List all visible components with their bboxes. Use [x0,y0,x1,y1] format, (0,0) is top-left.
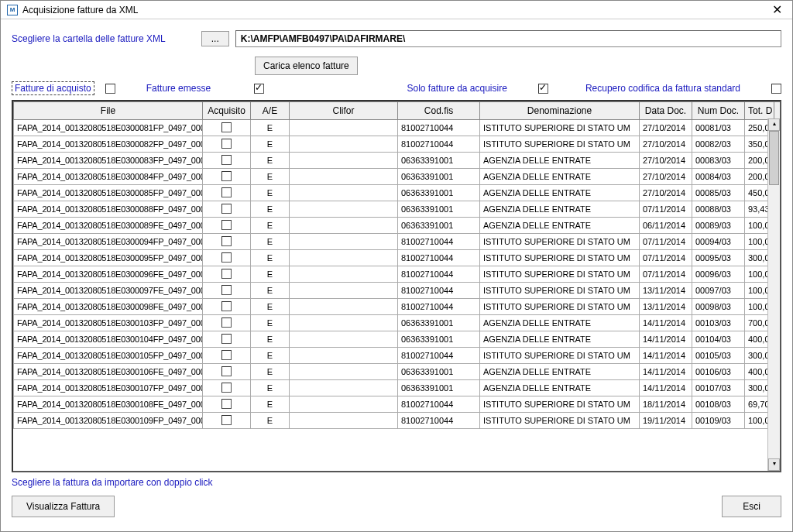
col-totd[interactable]: Tot. D ˄ [745,102,774,120]
esci-button[interactable]: Esci [722,496,781,517]
row-checkbox[interactable] [221,220,232,230]
row-checkbox[interactable] [221,415,232,425]
table-row[interactable]: FAPA_2014_00132080518E0300094FP_0497_000… [14,234,782,250]
col-numdoc[interactable]: Num Doc. [692,102,745,120]
cell-acquisito[interactable] [203,169,251,185]
cell-acquisito[interactable] [203,413,251,429]
fatture-acquisto-checkbox[interactable] [105,84,115,94]
cell-codfis: 06363391001 [398,201,480,218]
col-datadoc[interactable]: Data Doc. [640,102,692,120]
row-checkbox[interactable] [221,252,232,263]
col-codfis[interactable]: Cod.fis [398,102,480,120]
cell-acquisito[interactable] [203,201,251,218]
load-list-button[interactable]: Carica elenco fatture [255,57,358,75]
cell-num: 00097/03 [692,283,745,299]
table-row[interactable]: FAPA_2014_00132080518E0300088FP_0497_000… [14,201,782,218]
scroll-thumb[interactable] [769,131,779,185]
cell-ae: E [251,153,290,169]
row-checkbox[interactable] [221,399,232,409]
cell-num: 00083/03 [692,153,745,169]
cell-acquisito[interactable] [203,380,251,396]
vertical-scrollbar[interactable]: ▴ ▾ [767,118,780,471]
col-ae[interactable]: A/E [251,102,290,120]
cell-acquisito[interactable] [203,396,251,413]
scroll-track[interactable] [768,131,780,458]
scroll-up-icon[interactable]: ▴ [768,118,780,131]
row-checkbox[interactable] [221,334,232,344]
table-row[interactable]: FAPA_2014_00132080518E0300107FP_0497_000… [14,380,782,396]
row-checkbox[interactable] [221,171,232,181]
row-checkbox[interactable] [221,383,232,393]
row-checkbox[interactable] [221,187,232,197]
row-checkbox[interactable] [221,350,232,360]
scroll-down-icon[interactable]: ▾ [768,458,780,471]
table-row[interactable]: FAPA_2014_00132080518E0300105FP_0497_000… [14,348,782,364]
cell-codfis: 81002710044 [398,136,480,153]
table-row[interactable]: FAPA_2014_00132080518E0300089FE_0497_000… [14,218,782,234]
visualizza-fattura-button[interactable]: Visualizza Fattura [12,496,115,517]
cell-ae: E [251,315,290,331]
fatture-acquisto-label[interactable]: Fatture di acquisto [12,81,94,95]
col-acquisito[interactable]: Acquisito [203,102,251,120]
solo-da-acquisire-checkbox[interactable] [538,84,548,94]
cell-acquisito[interactable] [203,266,251,283]
close-icon[interactable]: ✕ [767,2,786,17]
col-file[interactable]: File [14,102,203,120]
row-checkbox[interactable] [221,317,232,328]
cell-acquisito[interactable] [203,364,251,380]
recupero-codifica-label: Recupero codifica da fattura standard [585,83,740,94]
table-row[interactable]: FAPA_2014_00132080518E0300106FE_0497_000… [14,364,782,380]
table-row[interactable]: FAPA_2014_00132080518E0300084FP_0497_000… [14,169,782,185]
row-checkbox[interactable] [221,139,232,149]
row-checkbox[interactable] [221,155,232,165]
cell-acquisito[interactable] [203,250,251,266]
fatture-emesse-checkbox[interactable] [254,84,264,94]
cell-acquisito[interactable] [203,234,251,250]
table-row[interactable]: FAPA_2014_00132080518E0300097FE_0497_000… [14,283,782,299]
row-checkbox[interactable] [221,269,232,279]
table-row[interactable]: FAPA_2014_00132080518E0300081FP_0497_000… [14,120,782,136]
cell-acquisito[interactable] [203,348,251,364]
table-row[interactable]: FAPA_2014_00132080518E0300095FP_0497_000… [14,250,782,266]
row-checkbox[interactable] [221,204,232,214]
row-checkbox[interactable] [221,366,232,376]
choose-folder-label: Scegliere la cartella delle fatture XML [12,33,166,44]
cell-data: 19/11/2014 [640,413,692,429]
cell-clifor [290,364,398,380]
cell-acquisito[interactable] [203,136,251,153]
row-checkbox[interactable] [221,122,232,132]
row-checkbox[interactable] [221,285,232,295]
cell-acquisito[interactable] [203,185,251,201]
table-row[interactable]: FAPA_2014_00132080518E0300103FP_0497_000… [14,315,782,331]
cell-num: 00088/03 [692,201,745,218]
table-row[interactable]: FAPA_2014_00132080518E0300108FE_0497_000… [14,396,782,413]
table-row[interactable]: FAPA_2014_00132080518E0300085FP_0497_000… [14,185,782,201]
table-row[interactable]: FAPA_2014_00132080518E0300083FP_0497_000… [14,153,782,169]
table-row[interactable]: FAPA_2014_00132080518E0300098FE_0497_000… [14,299,782,315]
cell-acquisito[interactable] [203,153,251,169]
row-checkbox[interactable] [221,236,232,246]
col-clifor[interactable]: Clifor [290,102,398,120]
cell-file: FAPA_2014_00132080518E0300107FP_0497_000… [14,380,203,396]
cell-acquisito[interactable] [203,315,251,331]
cell-acquisito[interactable] [203,218,251,234]
cell-ae: E [251,299,290,315]
col-denom[interactable]: Denominazione [480,102,640,120]
cell-acquisito[interactable] [203,283,251,299]
row-checkbox[interactable] [221,301,232,311]
recupero-codifica-checkbox[interactable] [771,84,781,94]
cell-codfis: 06363391001 [398,218,480,234]
table-row[interactable]: FAPA_2014_00132080518E0300104FP_0497_000… [14,331,782,348]
table-row[interactable]: FAPA_2014_00132080518E0300109FP_0497_000… [14,413,782,429]
table-row[interactable]: FAPA_2014_00132080518E0300082FP_0497_000… [14,136,782,153]
cell-data: 27/10/2014 [640,153,692,169]
cell-data: 06/11/2014 [640,218,692,234]
cell-acquisito[interactable] [203,120,251,136]
cell-file: FAPA_2014_00132080518E0300097FE_0497_000… [14,283,203,299]
browse-button[interactable]: ... [201,31,229,46]
cell-data: 27/10/2014 [640,185,692,201]
cell-acquisito[interactable] [203,299,251,315]
cell-acquisito[interactable] [203,331,251,348]
table-row[interactable]: FAPA_2014_00132080518E0300096FE_0497_000… [14,266,782,283]
folder-path-input[interactable] [235,30,781,47]
